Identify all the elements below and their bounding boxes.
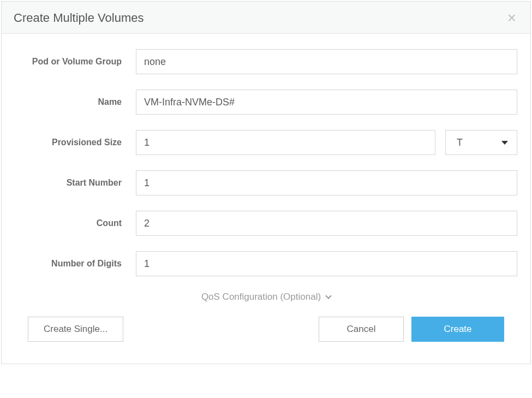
size-unit-select[interactable]: T <box>445 130 517 155</box>
row-pod: Pod or Volume Group <box>15 49 517 74</box>
chevron-down-icon <box>325 293 331 299</box>
row-name: Name <box>15 90 517 115</box>
label-digits: Number of Digits <box>15 259 136 269</box>
size-unit-value: T <box>457 137 463 148</box>
cancel-button[interactable]: Cancel <box>319 317 404 342</box>
label-pod: Pod or Volume Group <box>15 57 136 67</box>
count-input[interactable] <box>136 211 517 236</box>
dialog-body: Pod or Volume Group Name Provisioned Siz… <box>2 34 530 364</box>
dialog-header: Create Multiple Volumes × <box>2 2 530 34</box>
row-count: Count <box>15 211 517 236</box>
dialog-title: Create Multiple Volumes <box>14 11 144 25</box>
provisioned-size-input[interactable] <box>136 130 435 155</box>
row-digits: Number of Digits <box>15 251 517 276</box>
create-single-button[interactable]: Create Single... <box>28 317 123 342</box>
qos-configuration-toggle[interactable]: QoS Configuration (Optional) <box>15 292 517 302</box>
row-size: Provisioned Size T <box>15 130 517 155</box>
label-size: Provisioned Size <box>15 138 136 147</box>
label-start: Start Number <box>15 178 136 188</box>
start-number-input[interactable] <box>136 170 517 195</box>
dialog-footer: Create Single... Cancel Create <box>15 314 517 354</box>
create-button[interactable]: Create <box>411 317 504 342</box>
pod-volume-group-input[interactable] <box>136 49 517 74</box>
row-start: Start Number <box>15 170 517 195</box>
caret-down-icon <box>501 141 508 145</box>
number-of-digits-input[interactable] <box>136 251 517 276</box>
name-input[interactable] <box>136 90 517 115</box>
label-name: Name <box>15 97 136 107</box>
close-icon[interactable]: × <box>505 10 518 26</box>
create-multiple-volumes-dialog: Create Multiple Volumes × Pod or Volume … <box>1 1 531 364</box>
qos-label: QoS Configuration (Optional) <box>201 292 321 302</box>
label-count: Count <box>15 218 136 228</box>
